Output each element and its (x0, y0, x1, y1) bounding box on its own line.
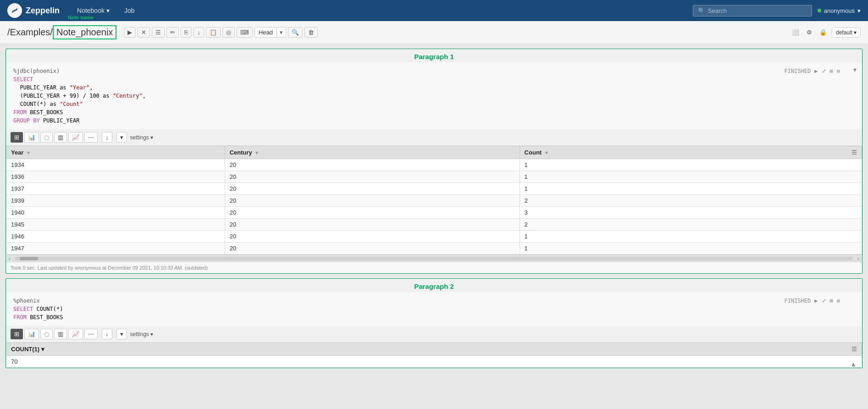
shortcut-button[interactable]: ⌨ (237, 27, 253, 38)
delete-note-button[interactable]: 🗑 (304, 27, 318, 38)
expand-icon[interactable]: ⤢ (822, 67, 826, 75)
search-code-button[interactable]: 🔍 (288, 27, 303, 38)
run-all-button[interactable]: ▶ (124, 27, 136, 38)
collapse-arrow-2-icon[interactable]: ▲ (850, 360, 857, 368)
finished-status-bar-2: FINISHED ▶ ⤢ ⊞ ⚙ (785, 297, 840, 305)
code-line-3: PUBLIC_YEAR as "Year", (13, 83, 855, 92)
clone-button[interactable]: ⎘ (181, 27, 192, 38)
download-button[interactable]: ↓ (102, 132, 112, 143)
collapse-arrow-icon[interactable]: ▾ (853, 66, 857, 73)
line-chart-button[interactable]: 📈 (68, 132, 83, 143)
user-online-indicator (818, 9, 821, 12)
bar-chart-button-2[interactable]: 📊 (24, 329, 39, 339)
breadcrumb-note-name[interactable]: Note_phoenix (53, 25, 116, 39)
paragraph-1-table: Year ▾ Century ▾ Count ▾ ☰ (6, 146, 862, 254)
user-badge[interactable]: anonymous ▾ (818, 7, 861, 14)
table-icon-2[interactable]: ⊞ (830, 297, 833, 305)
edit-button[interactable]: ✏ (166, 27, 179, 38)
line-chart-button-2[interactable]: 📈 (68, 329, 83, 339)
scroll-thumb[interactable] (20, 257, 38, 260)
default-dropdown[interactable]: default ▾ (832, 28, 861, 38)
search-replace-button[interactable]: ◎ (222, 27, 235, 38)
table-icon[interactable]: ⊞ (830, 67, 833, 75)
paragraph-1-title: Paragraph 1 (6, 49, 862, 62)
area-chart-button-2[interactable]: ▥ (54, 329, 67, 339)
count-cell: 1 (520, 243, 862, 254)
navbar-right: 🔍 anonymous ▾ (693, 5, 861, 17)
lock-button[interactable]: 🔒 (817, 28, 829, 37)
count1-sort-icon: ▾ (41, 346, 44, 353)
zeppelin-logo-icon (7, 3, 22, 18)
paragraph-1-panel: Paragraph 1 FINISHED ▶ ⤢ ⊞ ⚙ %jdbc(phoen… (6, 49, 862, 274)
paragraph-2-status: FINISHED (785, 297, 811, 305)
navbar: Zeppelin Notebook ▾ Job 🔍 anonymous ▾ (0, 0, 868, 21)
download-caret-button-2[interactable]: ▾ (116, 329, 127, 339)
search-icon: 🔍 (698, 7, 705, 14)
pie-chart-button-2[interactable]: ◌ (40, 329, 53, 339)
run-icon[interactable]: ▶ (814, 67, 818, 75)
clear-output-button[interactable]: ☰ (152, 27, 165, 38)
table-view-button[interactable]: ⊞ (11, 132, 23, 143)
viz-toolbar-1: ⊞ 📊 ◌ ▥ 📈 ⋯ ↓ ▾ settings ▾ (6, 129, 862, 146)
col-count1-header[interactable]: COUNT(1) ▾ ☰ (6, 343, 862, 356)
brand[interactable]: Zeppelin (7, 3, 60, 18)
count-cell: 1 (520, 159, 862, 171)
search-box[interactable]: 🔍 (693, 5, 812, 17)
col-year-header[interactable]: Year ▾ (6, 146, 225, 159)
year-cell: 1940 (6, 207, 225, 219)
run-icon-2[interactable]: ▶ (814, 297, 818, 305)
scatter-chart-button[interactable]: ⋯ (84, 132, 98, 143)
count-cell: 2 (520, 195, 862, 207)
scatter-chart-button-2[interactable]: ⋯ (84, 329, 98, 339)
paragraph-1-code[interactable]: FINISHED ▶ ⤢ ⊞ ⚙ %jdbc(phoenix) SELECT P… (6, 62, 862, 129)
count-cell: 2 (520, 219, 862, 231)
para-settings-icon[interactable]: ⚙ (837, 67, 840, 75)
note-name-tooltip: Note name (68, 15, 94, 20)
timestamp-1: Took 0 sec. Last updated by anonymous at… (6, 262, 862, 273)
head-dropdown[interactable]: Head ▾ (254, 27, 286, 38)
paragraph-2-wrapper: FINISHED ▶ ⤢ ⊞ ⚙ %phoenix SELECT COUNT(*… (6, 292, 862, 368)
viz-settings-link-2[interactable]: settings ▾ (130, 331, 154, 337)
paragraph-1-wrapper: FINISHED ▶ ⤢ ⊞ ⚙ %jdbc(phoenix) SELECT P… (6, 62, 862, 273)
navbar-job[interactable]: Job (118, 3, 141, 18)
note-info-button[interactable]: 📋 (206, 27, 221, 38)
paragraph-2-code[interactable]: FINISHED ▶ ⤢ ⊞ ⚙ %phoenix SELECT COUNT(*… (6, 292, 862, 326)
table-row: 1934 20 1 (6, 159, 862, 171)
year-cell: 1936 (6, 171, 225, 183)
bar-chart-button[interactable]: 📊 (24, 132, 39, 143)
paragraph-2-panel: Paragraph 2 FINISHED ▶ ⤢ ⊞ ⚙ %phoenix SE… (6, 278, 862, 368)
settings-button[interactable]: ⚙ (804, 28, 814, 37)
para-settings-icon-2[interactable]: ⚙ (837, 297, 840, 305)
paragraph-1-status: FINISHED (785, 67, 811, 75)
finished-status-bar: FINISHED ▶ ⤢ ⊞ ⚙ (785, 67, 840, 75)
search-input[interactable] (708, 7, 807, 14)
layout-button[interactable]: ⬜ (790, 28, 802, 37)
stop-all-button[interactable]: ✕ (138, 27, 150, 38)
notebook-caret-icon: ▾ (106, 7, 110, 14)
viz-settings-link[interactable]: settings ▾ (130, 134, 154, 141)
scroll-track[interactable] (15, 257, 853, 260)
head-dropdown-caret-icon: ▾ (276, 28, 286, 37)
code-line-5: COUNT(*) as "Count" (13, 100, 855, 108)
century-cell: 20 (225, 171, 520, 183)
century-cell: 20 (225, 183, 520, 195)
table-row: 1946 20 1 (6, 231, 862, 243)
pie-chart-button[interactable]: ◌ (40, 132, 53, 143)
century-cell: 20 (225, 231, 520, 243)
col-century-header[interactable]: Century ▾ (225, 146, 520, 159)
year-sort-icon: ▾ (27, 150, 30, 155)
export-button[interactable]: ↓ (194, 27, 204, 38)
scroll-right-arrow[interactable]: › (855, 256, 862, 261)
expand-icon-2[interactable]: ⤢ (822, 297, 826, 305)
brand-name: Zeppelin (26, 6, 60, 16)
horizontal-scrollbar-1[interactable]: ‹ › (6, 254, 862, 262)
table-row: 1945 20 2 (6, 219, 862, 231)
area-chart-button[interactable]: ▥ (54, 132, 67, 143)
col-count-header[interactable]: Count ▾ ☰ (520, 146, 862, 159)
download-button-2[interactable]: ↓ (102, 329, 112, 339)
year-cell: 1945 (6, 219, 225, 231)
table-view-button-2[interactable]: ⊞ (11, 329, 23, 339)
table-row: 1939 20 2 (6, 195, 862, 207)
scroll-left-arrow[interactable]: ‹ (6, 256, 13, 261)
download-caret-button[interactable]: ▾ (116, 132, 127, 143)
